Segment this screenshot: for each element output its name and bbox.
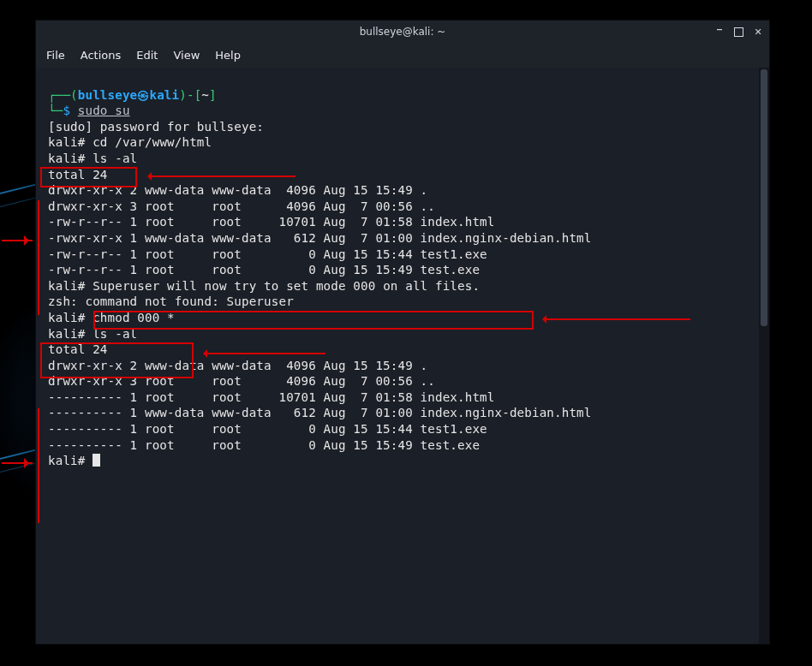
terminal-output: total 24: [48, 342, 108, 356]
terminal-output: zsh: command not found: Superuser: [48, 294, 294, 308]
ls-row: drwxr-xr-x 2 www-data www-data 4096 Aug …: [48, 359, 427, 372]
menu-edit[interactable]: Edit: [136, 49, 158, 62]
window-controls: [713, 21, 764, 43]
maximize-button[interactable]: [734, 27, 743, 37]
menu-file[interactable]: File: [46, 49, 65, 62]
prompt-decoration: ]: [209, 88, 217, 102]
root-prompt: kali#: [48, 327, 93, 341]
annotation-arrow: [545, 318, 690, 320]
root-prompt: kali#: [48, 311, 93, 324]
annotation-arrow: [150, 175, 296, 177]
command-text: sudo su: [78, 104, 130, 117]
root-prompt: kali#: [48, 279, 93, 293]
command-text: cd /var/www/html: [93, 135, 212, 149]
prompt-decoration: └─: [48, 104, 63, 117]
root-prompt: kali#: [48, 454, 93, 467]
menu-actions[interactable]: Actions: [81, 49, 122, 62]
ls-row: drwxr-xr-x 3 root root 4096 Aug 7 00:56 …: [48, 374, 435, 388]
scrollbar-thumb[interactable]: [761, 69, 767, 326]
menu-view[interactable]: View: [173, 49, 200, 62]
command-text: chmod 000 *: [93, 311, 175, 324]
close-button[interactable]: [752, 26, 764, 38]
prompt-user: bullseye: [78, 88, 138, 102]
terminal-output: [sudo] password for bullseye:: [48, 120, 264, 134]
minimize-button[interactable]: [713, 26, 725, 38]
prompt-decoration: ┌──(: [48, 88, 78, 102]
scrollbar[interactable]: [759, 68, 769, 644]
title-bar[interactable]: bullseye@kali: ~: [36, 21, 769, 44]
prompt-cwd: ~: [201, 88, 209, 102]
root-prompt: kali#: [48, 135, 93, 149]
ls-row: ---------- 1 root root 0 Aug 15 15:44 te…: [48, 422, 487, 436]
prompt-decoration: )-[: [179, 88, 201, 102]
ls-row: drwxr-xr-x 2 www-data www-data 4096 Aug …: [48, 183, 427, 197]
command-text: ls -al: [93, 327, 137, 341]
annotation-bracket: [38, 200, 45, 315]
ls-row: ---------- 1 root root 0 Aug 15 15:49 te…: [48, 438, 480, 452]
terminal-viewport[interactable]: ┌──(bullseye㉿kali)-[~] └─$ sudo su [sudo…: [36, 68, 769, 644]
ls-row: -rw-r--r-- 1 root root 0 Aug 15 15:49 te…: [48, 263, 480, 277]
annotation-arrow: [206, 353, 325, 354]
skull-icon: ㉿: [137, 88, 149, 102]
command-text: Superuser will now try to set mode 000 o…: [93, 279, 480, 293]
annotation-arrow: [2, 240, 33, 241]
ls-row: -rw-r--r-- 1 root root 10701 Aug 7 01:58…: [48, 215, 495, 229]
prompt-host: kali: [149, 88, 179, 102]
window-title: bullseye@kali: ~: [360, 26, 446, 38]
menu-help[interactable]: Help: [215, 49, 241, 62]
ls-row: ---------- 1 www-data www-data 612 Aug 7…: [48, 406, 592, 419]
terminal-cursor: [93, 454, 100, 467]
ls-row: drwxr-xr-x 3 root root 4096 Aug 7 00:56 …: [48, 199, 435, 213]
annotation-arrow: [2, 462, 33, 464]
ls-row: -rw-r--r-- 1 root root 0 Aug 15 15:44 te…: [48, 247, 487, 261]
command-text: ls -al: [93, 152, 137, 165]
ls-row: ---------- 1 root root 10701 Aug 7 01:58…: [48, 390, 495, 404]
menu-bar: File Actions Edit View Help: [36, 44, 769, 68]
prompt-dollar: $: [63, 104, 77, 117]
annotation-bracket: [38, 408, 45, 523]
ls-row: -rwxr-xr-x 1 www-data www-data 612 Aug 7…: [48, 231, 592, 245]
terminal-output: total 24: [48, 168, 108, 181]
terminal-window: bullseye@kali: ~ File Actions Edit View …: [35, 20, 770, 645]
root-prompt: kali#: [48, 152, 93, 165]
